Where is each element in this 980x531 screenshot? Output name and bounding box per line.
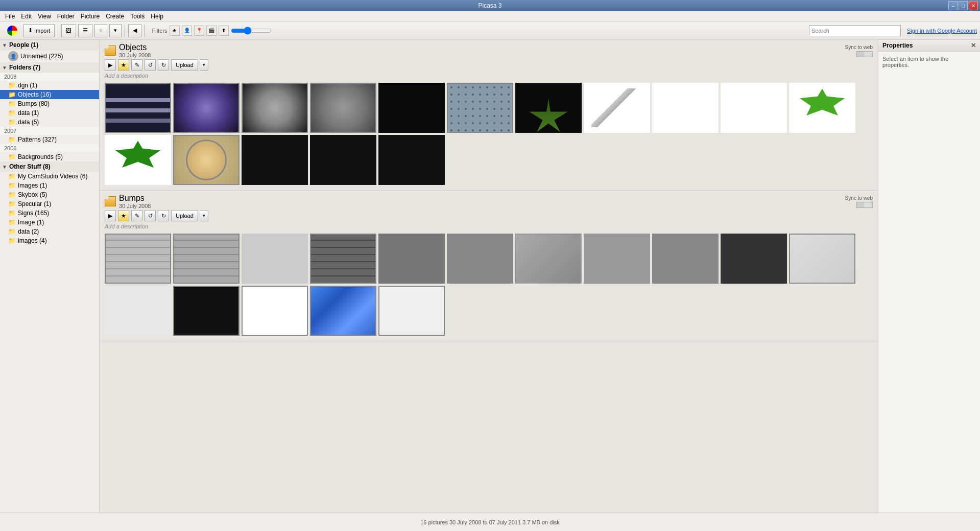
search-input[interactable] — [809, 25, 901, 36]
sidebar-item-bumps[interactable]: 📁 Bumps (80) — [0, 99, 99, 108]
sidebar-item-image1[interactable]: 📁 Image (1) — [0, 218, 99, 227]
filter-video[interactable]: 🎬 — [206, 26, 217, 36]
menu-folder[interactable]: Folder — [54, 12, 78, 21]
sidebar-item-images[interactable]: 📁 Images (1) — [0, 181, 99, 190]
toolbar-separator-3 — [145, 25, 145, 37]
sidebar-item-patterns[interactable]: 📁 Patterns (327) — [0, 135, 99, 144]
thumb-hex-pattern[interactable] — [378, 286, 445, 336]
thumb-brick-black[interactable] — [721, 234, 787, 284]
sidebar-item-skybox[interactable]: 📁 Skybox (5) — [0, 190, 99, 199]
thumb-light-gray1[interactable] — [789, 234, 855, 284]
objects-share-btn[interactable]: ✎ — [131, 59, 142, 71]
thumb-brick-rough2[interactable] — [584, 234, 650, 284]
sidebar-item-camstudio[interactable]: 📁 My CamStudio Videos (6) — [0, 172, 99, 181]
bumps-rotate-right-btn[interactable]: ↻ — [158, 210, 169, 221]
thumb-maple-green[interactable] — [789, 83, 855, 133]
thumb-tree-dark[interactable] — [242, 135, 308, 185]
thumb-dots-grid[interactable] — [447, 83, 513, 133]
thumb-blue-marble[interactable] — [310, 286, 376, 336]
thumb-brick-med[interactable] — [242, 234, 308, 284]
restore-button[interactable]: □ — [959, 1, 968, 10]
objects-star-btn[interactable]: ★ — [118, 59, 129, 71]
bumps-description[interactable]: Add a description — [105, 223, 873, 229]
thumb-wire-grid[interactable] — [105, 83, 171, 133]
thumb-diamond-plate[interactable] — [173, 286, 240, 336]
filter-upload[interactable]: ⬆ — [219, 26, 229, 36]
menu-picture[interactable]: Picture — [78, 12, 103, 21]
main-layout: ▼ People (1) 👤 Unnamed (225) ▼ Folders (… — [0, 40, 980, 513]
minimize-button[interactable]: – — [948, 1, 958, 10]
sidebar-item-objects[interactable]: 📁 Objects (16) — [0, 90, 99, 99]
objects-rotate-left-btn[interactable]: ↺ — [145, 59, 156, 71]
menu-help[interactable]: Help — [148, 12, 166, 21]
thumb-fern-white[interactable] — [584, 83, 650, 133]
filter-person[interactable]: 👤 — [182, 26, 192, 36]
sidebar-item-signs[interactable]: 📁 Signs (165) — [0, 209, 99, 218]
thumb-manhole[interactable] — [310, 83, 376, 133]
thumb-brick-light[interactable] — [173, 234, 240, 284]
filter-location[interactable]: 📍 — [194, 26, 204, 36]
thumb-brick-dark-vert[interactable] — [378, 234, 445, 284]
view-toggle-btn[interactable]: 🖼 — [61, 24, 76, 37]
other-stuff-section-header[interactable]: ▼ Other Stuff (8) — [0, 161, 99, 172]
bumps-star-btn[interactable]: ★ — [118, 210, 129, 221]
back-btn[interactable]: ◀ — [128, 24, 141, 37]
import-button[interactable]: ⬇ Import — [23, 24, 55, 37]
objects-play-btn[interactable]: ▶ — [105, 59, 116, 71]
thumb-brick-panels[interactable] — [447, 234, 513, 284]
thumb-yellow-flowers[interactable] — [515, 83, 582, 133]
status-text: 16 pictures 30 July 2008 to 07 July 2011… — [3, 519, 977, 525]
thumb-leaves-yellow[interactable] — [378, 135, 445, 185]
sidebar-item-images4[interactable]: 📁 images (4) — [0, 236, 99, 245]
people-section-label: People (1) — [9, 41, 38, 49]
sidebar-item-data2[interactable]: 📁 data (2) — [0, 227, 99, 236]
objects-description[interactable]: Add a description — [105, 73, 873, 79]
filter-star[interactable]: ★ — [170, 26, 180, 36]
sign-in-link[interactable]: Sign in with Google Account — [907, 28, 977, 34]
people-section-header[interactable]: ▼ People (1) — [0, 40, 99, 50]
bumps-sync-toggle[interactable] — [856, 202, 873, 208]
properties-close-button[interactable]: ✕ — [971, 42, 976, 49]
close-button[interactable]: ✕ — [969, 1, 978, 10]
thumb-brick-cement[interactable] — [515, 234, 582, 284]
thumb-gray-circle-1[interactable] — [242, 83, 308, 133]
objects-sync-toggle[interactable] — [856, 51, 873, 57]
menu-create[interactable]: Create — [103, 12, 127, 21]
menu-file[interactable]: File — [2, 12, 18, 21]
bumps-upload-button[interactable]: Upload — [171, 210, 198, 221]
thumb-fern-outline[interactable] — [721, 83, 787, 133]
thumb-maple-dark-green[interactable] — [105, 135, 171, 185]
filter-slider[interactable] — [231, 27, 272, 35]
thumb-brick-stone[interactable] — [652, 234, 719, 284]
folders-section-header[interactable]: ▼ Folders (7) — [0, 62, 99, 73]
sidebar-item-data5[interactable]: 📁 data (5) — [0, 118, 99, 127]
sidebar-item-backgrounds[interactable]: 📁 Backgrounds (5) — [0, 152, 99, 161]
sidebar-item-dgn[interactable]: 📁 dgn (1) — [0, 81, 99, 90]
thumb-black-bar[interactable] — [378, 83, 445, 133]
bumps-rotate-left-btn[interactable]: ↺ — [145, 210, 156, 221]
thumb-brick-dark-horiz[interactable] — [310, 234, 376, 284]
thumb-clock[interactable] — [173, 135, 240, 185]
objects-upload-button[interactable]: Upload — [171, 59, 198, 71]
menu-tools[interactable]: Tools — [127, 12, 148, 21]
objects-upload-arrow[interactable]: ▾ — [200, 59, 208, 71]
view-list-btn-2[interactable]: ≡ — [94, 24, 107, 37]
menu-view[interactable]: View — [35, 12, 54, 21]
sidebar-item-data1[interactable]: 📁 data (1) — [0, 108, 99, 118]
thumb-fern-dark[interactable] — [652, 83, 719, 133]
objects-rotate-right-btn[interactable]: ↻ — [158, 59, 169, 71]
bumps-share-btn[interactable]: ✎ — [131, 210, 142, 221]
thumb-light-gray2[interactable] — [105, 286, 171, 336]
sidebar-item-specular[interactable]: 📁 Specular (1) — [0, 199, 99, 209]
bumps-upload-arrow[interactable]: ▾ — [200, 210, 208, 221]
menu-edit[interactable]: Edit — [18, 12, 35, 21]
view-list-btn-1[interactable]: ☰ — [78, 24, 92, 37]
thumb-leaves-green[interactable] — [310, 135, 376, 185]
bumps-play-btn[interactable]: ▶ — [105, 210, 116, 221]
view-options-btn[interactable]: ▾ — [109, 24, 122, 37]
objects-album-title: Objects — [119, 43, 151, 52]
thumb-purple-circle[interactable] — [173, 83, 240, 133]
thumb-brick-rough[interactable] — [105, 234, 171, 284]
sidebar-item-unnamed[interactable]: 👤 Unnamed (225) — [0, 50, 99, 62]
thumb-white-scratch[interactable] — [242, 286, 308, 336]
